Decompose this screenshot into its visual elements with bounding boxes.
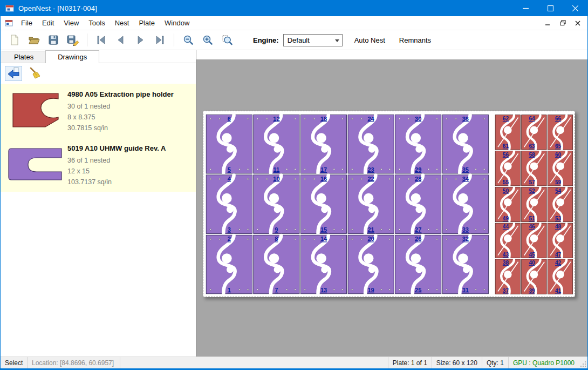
- drawing-list-item-2[interactable]: 5019 A10 UHMW guide Rev. A 36 of 1 neste…: [1, 138, 196, 192]
- svg-text:8: 8: [275, 236, 278, 242]
- svg-text:47: 47: [555, 252, 562, 258]
- svg-text:55: 55: [503, 179, 509, 185]
- drawings-toolbar: [1, 63, 196, 84]
- nav-first-icon[interactable]: [92, 32, 111, 48]
- drawing-list: 4980 A05 Extraction pipe holder 30 of 1 …: [1, 84, 196, 356]
- canvas-top-strip: [196, 50, 587, 59]
- svg-text:28: 28: [415, 176, 421, 182]
- svg-text:66: 66: [555, 116, 562, 122]
- status-qty: Qty: 1: [482, 357, 508, 368]
- svg-text:22: 22: [367, 176, 374, 182]
- svg-text:44: 44: [503, 224, 509, 230]
- svg-text:1: 1: [228, 287, 231, 293]
- svg-text:13: 13: [320, 287, 327, 293]
- maximize-icon[interactable]: [538, 0, 563, 16]
- svg-text:32: 32: [462, 236, 469, 242]
- svg-text:33: 33: [462, 226, 469, 233]
- nest-svg[interactable]: 6512111817242330293635431091615222128273…: [203, 111, 575, 297]
- tab-drawings[interactable]: Drawings: [45, 50, 99, 63]
- menu-file[interactable]: File: [16, 17, 37, 29]
- content-area: Plates Drawings: [1, 50, 587, 356]
- svg-text:37: 37: [503, 288, 509, 294]
- app-icon: [5, 4, 14, 12]
- chevron-down-icon: [335, 39, 339, 42]
- status-gpu: GPU : Quadro P1000: [508, 357, 579, 368]
- part-thumbnail-purple: [4, 141, 67, 187]
- svg-text:16: 16: [320, 176, 327, 182]
- svg-text:46: 46: [529, 224, 535, 230]
- drawing-area: 30.7815 sq/in: [67, 123, 174, 133]
- menu-bar: File Edit View Tools Nest Plate Window: [1, 16, 587, 30]
- svg-text:26: 26: [415, 236, 421, 242]
- svg-text:10: 10: [273, 176, 279, 182]
- nav-previous-icon[interactable]: [111, 32, 131, 48]
- zoom-out-icon[interactable]: [179, 32, 198, 48]
- svg-text:57: 57: [529, 179, 535, 185]
- drawing-area: 103.7137 sq/in: [67, 177, 166, 187]
- menu-edit[interactable]: Edit: [37, 17, 59, 29]
- mdi-minimize-icon[interactable]: [543, 19, 552, 27]
- svg-text:53: 53: [555, 216, 562, 221]
- resize-grip[interactable]: [579, 357, 587, 368]
- mdi-restore-icon[interactable]: [558, 19, 567, 27]
- panel-tab-strip: Plates Drawings: [1, 50, 196, 63]
- close-icon[interactable]: [563, 0, 587, 16]
- menu-view[interactable]: View: [59, 17, 84, 29]
- menu-tools[interactable]: Tools: [84, 17, 110, 29]
- save-as-icon[interactable]: [63, 32, 83, 48]
- svg-text:24: 24: [367, 116, 374, 122]
- document-window-icon[interactable]: [5, 19, 13, 27]
- svg-text:58: 58: [529, 152, 535, 158]
- nest-canvas[interactable]: 6512111817242330293635431091615222128273…: [196, 50, 587, 356]
- engine-select[interactable]: Default: [283, 34, 343, 46]
- app-window: OpenNest - [N0317-004] File Edit View To…: [0, 0, 588, 370]
- svg-text:5: 5: [228, 166, 231, 173]
- svg-text:34: 34: [462, 176, 469, 182]
- plate[interactable]: 6512111817242330293635431091615222128273…: [203, 111, 575, 297]
- clear-broom-button[interactable]: [26, 66, 44, 81]
- send-to-plate-button[interactable]: [5, 66, 22, 81]
- window-title: OpenNest - [N0317-004]: [18, 4, 97, 12]
- svg-text:19: 19: [367, 287, 374, 293]
- blue-arrow-left-icon: [7, 66, 20, 81]
- svg-text:21: 21: [367, 226, 374, 233]
- side-panel: Plates Drawings: [1, 50, 196, 356]
- menu-nest[interactable]: Nest: [110, 17, 134, 29]
- svg-text:63: 63: [529, 143, 535, 149]
- auto-nest-button[interactable]: Auto Nest: [352, 34, 387, 46]
- svg-text:9: 9: [275, 226, 278, 233]
- status-plate: Plate: 1 of 1: [388, 357, 432, 368]
- mdi-window-controls: [543, 19, 582, 27]
- drawing-list-item-1[interactable]: 4980 A05 Extraction pipe holder 30 of 1 …: [1, 84, 196, 138]
- save-icon[interactable]: [44, 32, 63, 48]
- svg-text:50: 50: [503, 188, 509, 194]
- svg-text:30: 30: [415, 116, 421, 122]
- svg-text:40: 40: [529, 260, 535, 266]
- minimize-icon[interactable]: [513, 0, 538, 16]
- open-folder-icon[interactable]: [24, 32, 44, 48]
- zoom-in-icon[interactable]: [198, 32, 217, 48]
- remnants-button[interactable]: Remnants: [397, 34, 433, 46]
- svg-text:54: 54: [555, 188, 562, 194]
- svg-text:25: 25: [415, 287, 421, 293]
- status-bar: Select Location: [84.8696, 60.6957] Plat…: [1, 356, 587, 368]
- main-toolbar: Engine: Default Auto Nest Remnants: [1, 30, 587, 50]
- new-document-icon[interactable]: [5, 32, 24, 48]
- zoom-fit-icon[interactable]: [217, 32, 237, 48]
- menu-plate[interactable]: Plate: [134, 17, 160, 29]
- status-mode: Select: [1, 357, 28, 368]
- nav-next-icon[interactable]: [131, 32, 150, 48]
- svg-text:36: 36: [462, 116, 469, 122]
- svg-text:4: 4: [228, 176, 231, 182]
- svg-text:17: 17: [320, 166, 327, 173]
- svg-text:59: 59: [555, 179, 562, 185]
- svg-text:64: 64: [529, 116, 535, 122]
- window-controls: [513, 0, 587, 16]
- mdi-close-icon[interactable]: [573, 19, 582, 27]
- svg-text:42: 42: [555, 260, 562, 266]
- engine-label: Engine:: [253, 36, 279, 44]
- menu-window[interactable]: Window: [160, 17, 194, 29]
- tab-plates[interactable]: Plates: [2, 51, 46, 63]
- nav-last-icon[interactable]: [150, 32, 169, 48]
- drawing-nested-count: 36 of 1 nested: [67, 155, 166, 166]
